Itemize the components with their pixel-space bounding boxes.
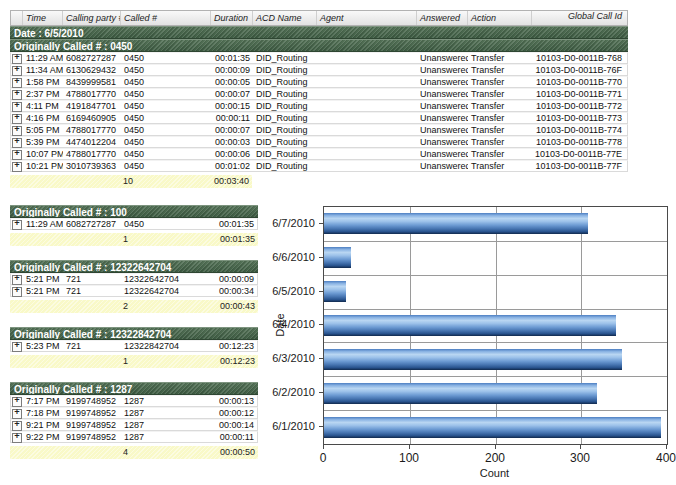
- expander-cell: +: [11, 340, 23, 352]
- cell-acd: DID_Routing: [253, 65, 317, 76]
- expand-icon[interactable]: +: [12, 150, 22, 160]
- summary-count: 1: [120, 356, 210, 367]
- cell-time: 1:58 PM: [23, 77, 63, 88]
- expand-icon[interactable]: +: [12, 102, 22, 112]
- cell-global_id: 10103-D0-0011B-76F: [532, 65, 627, 76]
- summary-row: 100:01:35: [10, 233, 258, 246]
- expand-icon[interactable]: +: [12, 421, 22, 431]
- cell-called: 0450: [121, 149, 211, 160]
- table-row: +5:21 PM7211232264270400:00:34: [10, 285, 258, 297]
- expand-icon[interactable]: +: [12, 409, 22, 419]
- expand-icon[interactable]: +: [12, 342, 22, 352]
- cell-acd: DID_Routing: [253, 137, 317, 148]
- table-row: +4:16 PM6169460905045000:00:11DID_Routin…: [10, 112, 628, 124]
- expander-cell: +: [11, 431, 23, 443]
- cell-calling: 3010739363: [63, 161, 121, 172]
- expand-icon[interactable]: +: [12, 433, 22, 443]
- band-separator: [324, 410, 667, 411]
- x-axis-tick: [409, 444, 410, 449]
- category-label: 6/3/2010: [270, 352, 315, 364]
- table-row: +10:21 PM3010739363045000:01:02DID_Routi…: [10, 160, 628, 172]
- cell-action: Transfer: [468, 137, 532, 148]
- band-separator: [324, 342, 667, 343]
- column-header-agent: Agent: [317, 11, 417, 25]
- band-separator: [324, 376, 667, 377]
- column-header-row: TimeCalling party #Called #DurationACD N…: [10, 10, 628, 26]
- expander-cell: +: [11, 136, 23, 148]
- expand-icon[interactable]: +: [12, 54, 22, 64]
- x-axis-label: Count: [323, 467, 666, 479]
- cell-action: Transfer: [468, 101, 532, 112]
- cell-answered: Unanswered: [417, 113, 468, 124]
- cell-called: 0450: [121, 101, 211, 112]
- expand-icon[interactable]: +: [12, 78, 22, 88]
- subgroup: Originally Called # : 1287+7:17 PM919974…: [10, 382, 258, 459]
- cell-action: Transfer: [468, 149, 532, 160]
- cell-global_id: 10103-D0-0011B-778: [532, 137, 627, 148]
- cell-answered: Unanswered: [417, 89, 468, 100]
- cell-action: Transfer: [468, 65, 532, 76]
- cell-called: 0450: [121, 77, 211, 88]
- summary-row: 100:12:23: [10, 355, 258, 368]
- cell-called: 12322842704: [121, 341, 211, 352]
- expand-icon[interactable]: +: [12, 162, 22, 172]
- cell-calling: 6082727287: [63, 53, 121, 64]
- cell-time: 7:17 PM: [23, 396, 63, 407]
- cell-duration: 00:00:12: [211, 408, 257, 419]
- expander-cell: +: [11, 112, 23, 124]
- cell-time: 4:11 PM: [23, 101, 63, 112]
- subgroups: Originally Called # : 100+11:29 AM608272…: [10, 205, 258, 473]
- chart-bar: [324, 417, 661, 438]
- cell-calling: 4788017770: [63, 149, 121, 160]
- chart-bar: [324, 315, 616, 336]
- cell-time: 11:29 AM: [23, 53, 63, 64]
- table-row: +11:29 AM6082727287045000:01:35DID_Routi…: [10, 52, 628, 64]
- cell-calling: 4788017770: [63, 125, 121, 136]
- expand-icon[interactable]: +: [12, 114, 22, 124]
- cell-duration: 00:01:02: [211, 161, 253, 172]
- column-header-answered: Answered: [417, 11, 468, 25]
- cell-called: 1287: [121, 420, 211, 431]
- cell-duration: 00:00:15: [211, 101, 253, 112]
- chart-bar: [324, 281, 346, 302]
- table-row: +5:23 PM7211232284270400:12:23: [10, 340, 258, 352]
- cell-called: 12322642704: [121, 286, 211, 297]
- cell-answered: Unanswered: [417, 149, 468, 160]
- expand-icon[interactable]: +: [12, 138, 22, 148]
- x-axis-tick: [323, 444, 324, 449]
- cell-global_id: 10103-D0-0011B-774: [532, 125, 627, 136]
- expander-cell: +: [11, 407, 23, 419]
- expand-icon[interactable]: +: [12, 275, 22, 285]
- chart-plot: [323, 206, 668, 445]
- expand-icon[interactable]: +: [12, 66, 22, 76]
- cell-calling: 4474012204: [63, 137, 121, 148]
- table-row: +2:37 PM4788017770045000:00:07DID_Routin…: [10, 88, 628, 100]
- column-header-calling: Calling party #: [63, 11, 121, 25]
- chart-bar: [324, 383, 597, 404]
- cell-duration: 00:00:11: [211, 432, 257, 443]
- report-page: TimeCalling party #Called #DurationACD N…: [0, 0, 676, 485]
- x-tick-label: 100: [389, 451, 429, 465]
- summary-count: 1: [120, 234, 210, 245]
- expand-icon[interactable]: +: [12, 220, 22, 230]
- summary-count: 2: [120, 301, 210, 312]
- cell-answered: Unanswered: [417, 53, 468, 64]
- cell-calling: 6169460905: [63, 113, 121, 124]
- cell-time: 4:16 PM: [23, 113, 63, 124]
- category-label: 6/7/2010: [270, 217, 315, 229]
- cell-duration: 00:01:35: [211, 219, 257, 230]
- cell-called: 0450: [121, 89, 211, 100]
- table-row: +9:22 PM9199748952128700:00:11: [10, 431, 258, 443]
- cell-called: 0450: [121, 125, 211, 136]
- table-row: +5:21 PM7211232264270400:00:09: [10, 273, 258, 285]
- expand-icon[interactable]: +: [12, 90, 22, 100]
- cell-acd: DID_Routing: [253, 125, 317, 136]
- cell-time: 5:39 PM: [23, 137, 63, 148]
- cell-duration: 00:00:06: [211, 149, 253, 160]
- expand-icon[interactable]: +: [12, 126, 22, 136]
- group-header: Originally Called # : 100: [10, 205, 258, 218]
- expander-cell: +: [11, 88, 23, 100]
- expand-icon[interactable]: +: [12, 287, 22, 297]
- expand-icon[interactable]: +: [12, 397, 22, 407]
- cell-duration: 00:00:13: [211, 396, 257, 407]
